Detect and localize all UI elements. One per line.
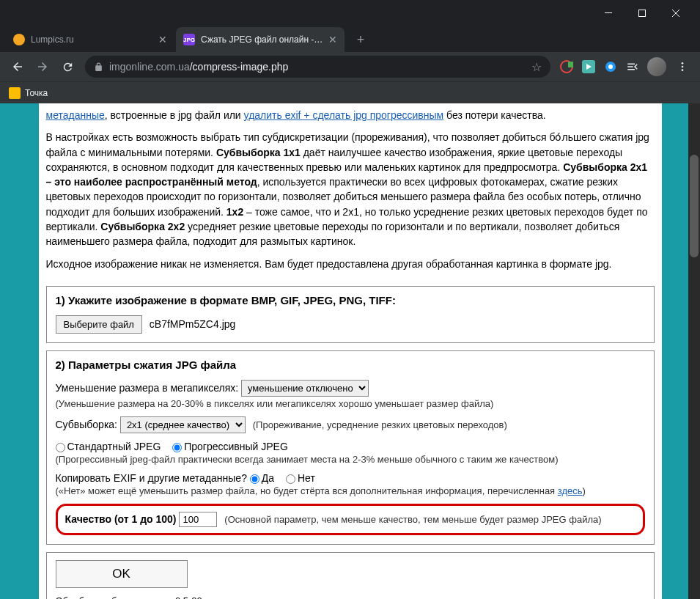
exif-no-radio[interactable] bbox=[286, 474, 295, 484]
subsample-hint: (Прореживание, усреднение резких цветовы… bbox=[253, 419, 507, 430]
favicon-icon bbox=[13, 34, 25, 45]
exif-yes-radio[interactable] bbox=[250, 474, 259, 484]
progressive-jpeg-option[interactable]: Прогрессивный JPEG bbox=[172, 441, 288, 452]
svg-rect-1 bbox=[639, 10, 646, 16]
processing-hint: Обработка обычно длится 0.5-20 секунд. bbox=[56, 595, 645, 599]
metadata-link[interactable]: метаданные bbox=[46, 109, 105, 121]
subsample-label: Субвыборка: bbox=[56, 419, 120, 430]
choose-file-button[interactable]: Выберите файл bbox=[56, 315, 142, 334]
section-file: 1) Укажите изображение в формате BMP, GI… bbox=[46, 286, 655, 343]
url-text: imgonline.com.ua/compress-image.php bbox=[109, 61, 526, 73]
svg-point-8 bbox=[682, 66, 684, 68]
megapixels-hint: (Уменьшение размера на 20-30% в пикселях… bbox=[56, 398, 645, 409]
tab-strip: Lumpics.ru ✕ JPG Сжать JPEG файл онлайн … bbox=[0, 26, 700, 52]
forward-button[interactable] bbox=[31, 55, 54, 78]
svg-point-7 bbox=[682, 62, 684, 65]
scrollbar-thumb[interactable] bbox=[690, 155, 699, 257]
tab-imgonline[interactable]: JPG Сжать JPEG файл онлайн - IMG ✕ bbox=[176, 27, 345, 52]
svg-rect-0 bbox=[605, 12, 612, 13]
exif-here-link[interactable]: здесь bbox=[558, 485, 583, 496]
reload-button[interactable] bbox=[56, 55, 79, 78]
section-title: 2) Параметры сжатия JPG файла bbox=[56, 359, 645, 371]
new-tab-button[interactable]: + bbox=[350, 29, 371, 50]
megapixels-select[interactable]: уменьшение отключено bbox=[241, 380, 369, 397]
extension-icon[interactable] bbox=[578, 56, 599, 77]
menu-button[interactable] bbox=[671, 55, 694, 78]
close-tab-icon[interactable]: ✕ bbox=[328, 34, 337, 45]
quality-input[interactable] bbox=[179, 512, 217, 527]
quality-label: Качество (от 1 до 100) bbox=[65, 513, 180, 525]
standard-jpeg-radio[interactable] bbox=[56, 443, 65, 452]
star-icon[interactable]: ☆ bbox=[531, 60, 542, 74]
progressive-hint: (Прогрессивный jpeg-файл практически все… bbox=[56, 454, 645, 465]
svg-point-6 bbox=[608, 65, 613, 69]
quality-row: Качество (от 1 до 100) (Основной парамет… bbox=[56, 504, 645, 535]
address-bar[interactable]: imgonline.com.ua/compress-image.php ☆ bbox=[85, 56, 550, 78]
bookmark-folder-icon bbox=[9, 87, 21, 99]
scrollbar-track[interactable] bbox=[688, 103, 700, 599]
tab-title: Lumpics.ru bbox=[31, 34, 154, 45]
megapixels-label: Уменьшение размера в мегапикселях: bbox=[56, 382, 242, 394]
filename-label: cB7fMPm5ZC4.jpg bbox=[150, 318, 235, 330]
close-tab-icon[interactable]: ✕ bbox=[158, 34, 167, 45]
progressive-jpeg-radio[interactable] bbox=[172, 443, 182, 452]
section-title: 1) Укажите изображение в формате BMP, GI… bbox=[56, 294, 645, 306]
page-body: метаданные, встроенные в jpg файл или уд… bbox=[39, 103, 662, 599]
svg-point-9 bbox=[682, 69, 684, 71]
reading-list-icon[interactable] bbox=[622, 56, 643, 77]
svg-rect-3 bbox=[568, 62, 573, 67]
exif-yes-option[interactable]: Да bbox=[250, 472, 274, 484]
exif-hint: («Нет» может ещё уменьшить размер файла,… bbox=[56, 485, 645, 496]
subsample-select[interactable]: 2x1 (среднее качество) bbox=[120, 416, 246, 433]
quality-hint: (Основной параметр, чем меньше качество,… bbox=[224, 514, 601, 525]
lock-icon bbox=[94, 62, 103, 72]
viewport: метаданные, встроенные в jpg файл или уд… bbox=[0, 103, 700, 599]
remove-exif-link[interactable]: удалить exif + сделать jpg прогрессивным bbox=[244, 109, 444, 121]
exif-no-option[interactable]: Нет bbox=[286, 472, 315, 484]
profile-avatar[interactable] bbox=[647, 57, 666, 76]
extension-icon[interactable] bbox=[600, 56, 621, 77]
maximize-button[interactable] bbox=[625, 0, 659, 26]
bookmarks-bar: Точка bbox=[0, 81, 700, 103]
tab-lumpics[interactable]: Lumpics.ru ✕ bbox=[6, 27, 174, 52]
section-submit: OK Обработка обычно длится 0.5-20 секунд… bbox=[46, 552, 655, 599]
back-button[interactable] bbox=[6, 55, 29, 78]
browser-toolbar: imgonline.com.ua/compress-image.php ☆ bbox=[0, 52, 700, 81]
favicon-icon: JPG bbox=[183, 34, 195, 45]
bookmark-item[interactable]: Точка bbox=[25, 88, 48, 98]
intro-text: метаданные, встроенные в jpg файл или уд… bbox=[46, 103, 655, 286]
ok-button[interactable]: OK bbox=[56, 560, 188, 588]
close-button[interactable] bbox=[659, 0, 693, 26]
standard-jpeg-option[interactable]: Стандартный JPEG bbox=[56, 441, 161, 452]
window-titlebar bbox=[0, 0, 700, 26]
minimize-button[interactable] bbox=[592, 0, 625, 26]
exif-label: Копировать EXIF и другие метаданные? bbox=[56, 472, 250, 484]
tab-title: Сжать JPEG файл онлайн - IMG bbox=[201, 34, 324, 45]
extension-icon[interactable] bbox=[556, 56, 577, 77]
section-params: 2) Параметры сжатия JPG файла Уменьшение… bbox=[46, 350, 655, 545]
